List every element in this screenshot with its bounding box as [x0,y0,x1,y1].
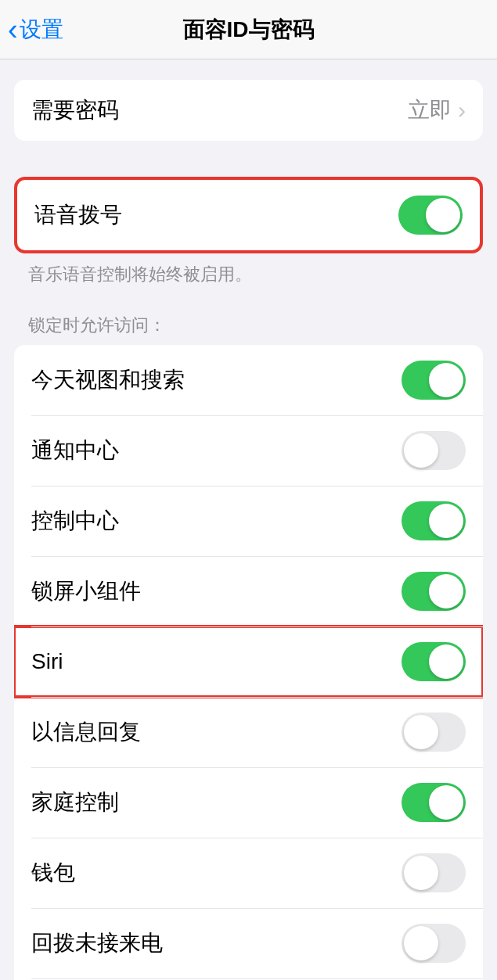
lock-item-row: Siri [14,626,483,697]
voice-dial-row: 语音拨号 [17,180,480,250]
lock-item-label: 控制中心 [31,506,119,536]
voice-dial-toggle[interactable] [398,196,463,235]
lock-item-toggle[interactable] [402,501,466,540]
lock-item-label: 锁屏小组件 [31,576,141,606]
lock-item-label: 家庭控制 [31,788,119,817]
chevron-left-icon: ‹ [8,15,18,45]
lock-item-toggle[interactable] [402,642,466,681]
lock-item-row: 锁屏小组件 [14,556,483,626]
lock-item-row: 钱包 [14,838,483,908]
lock-item-row: 今天视图和搜索 [14,345,483,415]
require-passcode-row[interactable]: 需要密码 立即 › [14,80,483,141]
lock-item-toggle[interactable] [402,924,466,963]
page-title: 面容ID与密码 [183,15,315,45]
lock-item-label: 今天视图和搜索 [31,365,185,395]
voice-dial-label: 语音拨号 [34,200,122,230]
lock-item-toggle[interactable] [402,361,466,400]
lock-item-toggle[interactable] [402,431,466,470]
lock-access-group: 今天视图和搜索通知中心控制中心锁屏小组件Siri以信息回复家庭控制钱包回拨未接来… [14,345,483,980]
back-button[interactable]: ‹ 设置 [0,15,63,45]
lock-item-row: 家庭控制 [14,767,483,838]
require-passcode-label: 需要密码 [31,95,119,125]
lock-item-row: 通知中心 [14,415,483,486]
lock-item-row: 控制中心 [14,486,483,556]
lock-item-label: 以信息回复 [31,717,141,747]
voice-dial-footer: 音乐语音控制将始终被启用。 [0,253,497,287]
lock-item-label: Siri [31,649,63,674]
lock-section-header: 锁定时允许访问： [0,287,497,345]
voice-dial-group: 语音拨号 [14,177,483,253]
lock-item-row: 以信息回复 [14,697,483,767]
lock-item-toggle[interactable] [402,783,466,822]
chevron-right-icon: › [458,97,466,124]
passcode-group: 需要密码 立即 › [14,80,483,141]
lock-item-label: 回拨未接来电 [31,928,163,958]
back-label: 设置 [20,15,63,45]
require-passcode-value: 立即 [408,95,452,125]
lock-item-row: 回拨未接来电 [14,908,483,978]
nav-header: ‹ 设置 面容ID与密码 [0,0,497,59]
lock-item-label: 钱包 [31,858,75,888]
lock-item-label: 通知中心 [31,436,119,465]
lock-item-toggle[interactable] [402,713,466,752]
row-value: 立即 › [408,95,466,125]
lock-item-toggle[interactable] [402,572,466,611]
lock-item-toggle[interactable] [402,853,466,892]
